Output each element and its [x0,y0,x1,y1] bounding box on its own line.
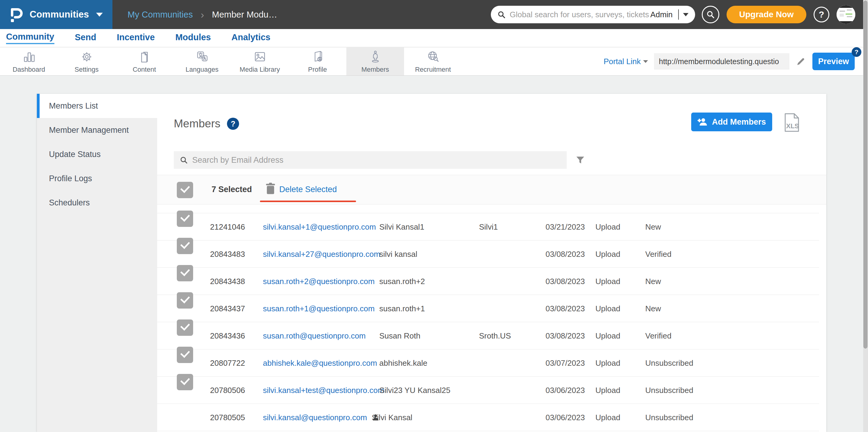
members-help-icon[interactable]: ? [227,118,239,130]
filter-button[interactable] [575,155,585,165]
row-checkbox[interactable] [177,210,193,227]
search-button[interactable] [702,6,719,23]
sidebar-item-members-list[interactable]: Members List [37,94,157,118]
tab-incentive[interactable]: Incentive [117,32,155,44]
row-checkbox[interactable] [177,347,193,363]
globe-search-icon [426,50,440,63]
chevron-down-icon [643,60,648,63]
table-row[interactable]: 21241046 silvi.kansal+1@questionpro.com … [157,213,819,240]
selected-count: 7 Selected [212,185,252,194]
search-scope[interactable]: Admin [650,10,673,19]
member-search-box [174,151,567,169]
bar-chart-icon [22,50,36,63]
table-row[interactable]: 20807722 abhishek.kale@questionpro.com a… [157,349,819,377]
search-icon [497,10,506,19]
member-email-link[interactable]: susan.roth+1@questionpro.com [263,304,375,313]
status-text: New [645,277,661,286]
member-email-link[interactable]: silvi.kansal+test@questionpro.com [263,385,384,395]
filter-funnel-icon [575,155,585,165]
tab-analytics[interactable]: Analytics [231,32,271,44]
status-text: Unsubscribed [645,413,693,422]
table-row[interactable]: 20780506 silvi.kansal+test@questionpro.c… [157,377,819,404]
preview-help-icon[interactable]: ? [852,47,861,57]
members-panel: Members ? Add Members XLS [157,94,826,432]
translate-icon [195,50,209,63]
product-switcher[interactable]: Communities [0,0,113,29]
tab-community[interactable]: Community [6,32,54,44]
member-email-link[interactable]: susan.roth@questionpro.com [263,331,366,340]
member-icon [368,50,382,63]
table-row[interactable]: 20843438 susan.roth+2@questionpro.com su… [157,268,819,295]
status-text: Verified [645,331,672,340]
image-icon [253,50,267,63]
select-all-checkbox[interactable] [177,182,193,198]
preview-button[interactable]: Preview [812,53,855,70]
module-toolbar: Dashboard Settings Content [0,48,868,76]
member-email-link[interactable]: silvi.kansal+27@questionpro.com [263,249,380,259]
status-text: New [645,222,661,231]
toolbar-item-content[interactable]: Content [116,48,173,75]
toolbar-item-recruitment[interactable]: Recruitment [404,48,462,75]
sidebar-item-schedulers[interactable]: Schedulers [37,191,157,215]
sidebar-item-profile-logs[interactable]: Profile Logs [37,166,157,191]
table-row[interactable]: 20780505 silvi.kansal@questionpro.com Si… [157,404,819,431]
top-bar: Communities My Communities › Member Modu… [0,0,868,29]
breadcrumb-my-communities[interactable]: My Communities [128,10,193,20]
row-checkbox[interactable] [177,238,193,254]
xls-file-icon: XLS [783,113,801,133]
add-person-icon [698,118,708,126]
add-members-button[interactable]: Add Members [691,113,772,131]
status-text: Unsubscribed [645,358,693,368]
profile-folder-icon [311,50,324,63]
member-email-link[interactable]: susan.roth+2@questionpro.com [263,277,375,286]
selection-bar: 7 Selected Delete Selected [157,175,826,204]
status-text: Unsubscribed [645,385,693,395]
toolbar-item-profile[interactable]: Profile [289,48,346,75]
help-button[interactable]: ? [814,7,829,22]
tab-send[interactable]: Send [75,32,96,44]
sidebar-item-update-status[interactable]: Update Status [37,142,157,166]
toolbar-item-settings[interactable]: Settings [58,48,116,75]
global-search: Admin [491,6,695,23]
breadcrumb-chevron-icon: › [201,9,204,20]
community-nav-tabs: Community Send Incentive Modules Analyti… [0,29,868,47]
breadcrumb-current: Member Modu… [212,10,277,20]
table-row[interactable]: 20843437 susan.roth+1@questionpro.com su… [157,295,819,322]
global-search-input[interactable] [510,10,650,19]
member-email-link[interactable]: abhishek.kale@questionpro.com [263,358,377,368]
chevron-down-icon [96,13,103,17]
member-email-link[interactable]: silvi.kansal@questionpro.com [263,413,367,422]
breadcrumb: My Communities › Member Modu… [128,9,277,20]
portal-link-dropdown[interactable]: Portal Link [603,57,648,66]
member-email-link[interactable]: silvi.kansal+1@questionpro.com [263,222,376,231]
chevron-down-icon[interactable] [683,13,688,16]
members-table: 21241046 silvi.kansal+1@questionpro.com … [157,213,819,431]
toolbar-item-members[interactable]: Members [346,48,404,75]
search-icon [706,10,715,19]
vertical-scrollbar[interactable] [864,1,867,348]
svg-text:XLS: XLS [786,122,799,130]
delete-selected-underline [260,201,356,202]
tab-modules[interactable]: Modules [175,32,211,44]
sidebar-item-member-management[interactable]: Member Management [37,118,157,142]
row-checkbox[interactable] [177,374,193,390]
status-text: Verified [645,249,672,259]
edit-pencil-icon[interactable] [796,56,806,67]
pages-icon [137,50,151,63]
row-checkbox[interactable] [177,292,193,309]
avatar[interactable] [837,5,855,24]
portal-url-field[interactable]: http://membermoduletesting.questio [654,53,789,69]
members-card: Members List Member Management Update St… [37,94,826,432]
status-text: New [645,304,661,313]
upgrade-now-button[interactable]: Upgrade Now [726,6,806,23]
toolbar-item-media-library[interactable]: Media Library [231,48,289,75]
delete-selected-link[interactable]: Delete Selected [279,185,337,194]
table-row[interactable]: 20843436 susan.roth@questionpro.com Susa… [157,322,819,349]
export-xls-button[interactable]: XLS [783,113,802,133]
row-checkbox[interactable] [177,265,193,281]
toolbar-item-languages[interactable]: Languages [173,48,231,75]
row-checkbox[interactable] [177,319,193,336]
member-search-input[interactable] [192,155,561,165]
toolbar-item-dashboard[interactable]: Dashboard [0,48,58,75]
table-row[interactable]: 20843483 silvi.kansal+27@questionpro.com… [157,240,819,268]
